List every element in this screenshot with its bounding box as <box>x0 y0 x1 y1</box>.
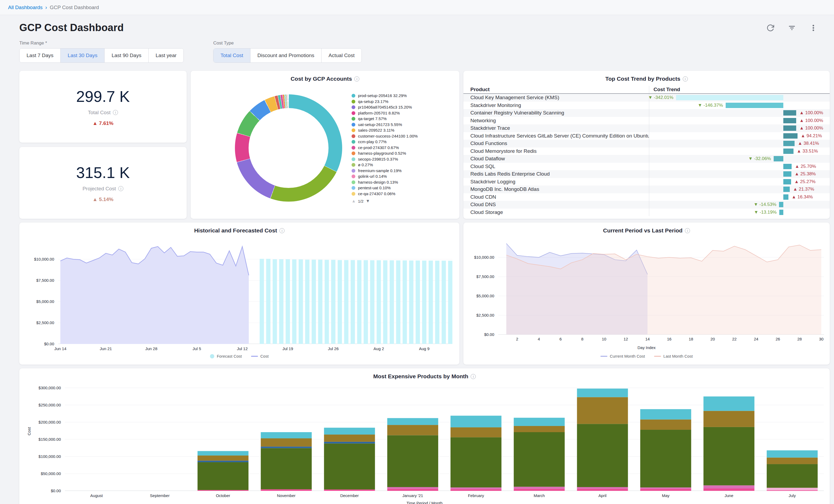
line-marker <box>600 356 608 357</box>
legend-label: qa-target 7.57% <box>358 116 387 122</box>
legend-item[interactable]: prod-setup-205416 32.29% <box>352 93 457 98</box>
legend-item[interactable]: pentest-uat 0.10% <box>352 185 457 191</box>
y-axis-title: Cost <box>27 427 31 435</box>
info-icon[interactable] <box>354 76 359 82</box>
legend-item[interactable]: qa-target 7.57% <box>352 116 457 122</box>
x-axis-tick: Jul 26 <box>328 346 339 351</box>
projected-cost-delta: ▲ 5.14% <box>92 197 113 202</box>
y-axis-tick: $250,000.00 <box>19 403 61 407</box>
legend-item[interactable]: golink-url 0.14% <box>352 173 457 179</box>
trend-value: ▼ -146.37% <box>698 103 723 108</box>
table-row: Cloud SQL▲ 25.70% <box>463 163 830 171</box>
legend-item[interactable]: secops-239815 0.37% <box>352 156 457 162</box>
refresh-icon[interactable] <box>766 23 775 32</box>
x-axis-tick: August <box>90 493 103 498</box>
trend-value: ▲ 25.27% <box>794 179 815 184</box>
trend-bar <box>774 156 783 161</box>
info-icon[interactable] <box>470 374 476 379</box>
page-down-icon[interactable]: ▼ <box>366 199 370 203</box>
x-axis-tick: February <box>468 493 484 498</box>
trend-bar <box>676 95 783 100</box>
donut-chart[interactable] <box>235 94 342 202</box>
cost-type-option-total-cost[interactable]: Total Cost <box>214 48 250 63</box>
stacked-bar-chart[interactable] <box>65 385 824 491</box>
x-axis-tick: 16 <box>667 337 672 341</box>
cost-type-filter: Cost Type Total CostDiscount and Promoti… <box>213 41 362 63</box>
info-icon[interactable] <box>683 76 688 82</box>
legend-item[interactable]: freemium-sample 0.19% <box>352 168 457 174</box>
legend-item-last-month-cost[interactable]: Last Month Cost <box>654 354 693 358</box>
legend-label: ce-prod-274307 0.67% <box>358 145 399 151</box>
info-icon[interactable] <box>685 228 690 233</box>
legend-item-current-month-cost[interactable]: Current Month Cost <box>600 354 645 358</box>
x-axis-tick: October <box>216 493 230 498</box>
trend-cell: ▼ -13.19% <box>649 209 830 216</box>
info-icon[interactable] <box>280 228 285 233</box>
trend-value: ▲ 25.70% <box>795 164 816 169</box>
legend-dot <box>352 105 355 109</box>
legend-dot <box>352 128 355 132</box>
filter-icon[interactable] <box>787 23 796 32</box>
legend-item[interactable]: sales-209522 3.11% <box>352 127 457 133</box>
column-header-product[interactable]: Product <box>463 86 649 93</box>
time-range-option-last-7-days[interactable]: Last 7 Days <box>20 48 60 63</box>
cost-type-option-actual-cost[interactable]: Actual Cost <box>321 48 361 63</box>
legend-item[interactable]: customer-success-244100 1.00% <box>352 133 457 139</box>
trend-cell: ▲ 25.70% <box>649 163 830 171</box>
trend-value: ▲ 100.00% <box>799 126 823 131</box>
trend-bar <box>783 133 797 138</box>
page-indicator: 1/2 <box>358 199 364 203</box>
page-up-icon[interactable]: ▲ <box>352 199 356 203</box>
legend-item[interactable]: platform-205701 8.82% <box>352 110 457 116</box>
historical-chart[interactable] <box>58 238 453 344</box>
legend-label: Forecast Cost <box>217 354 242 358</box>
time-range-option-last-year[interactable]: Last year <box>148 48 183 63</box>
x-axis-tick: July <box>789 493 796 498</box>
table-row: Redis Labs Redis Enterprise Cloud▲ 25.38… <box>463 170 830 178</box>
legend-item[interactable]: harness-design 0.13% <box>352 179 457 185</box>
current-vs-last-card: Current Period vs Last Period $0.00$2,50… <box>463 222 830 365</box>
period-chart[interactable] <box>498 238 824 334</box>
legend-item[interactable]: ø 0.27% <box>352 162 457 168</box>
info-icon[interactable] <box>118 186 123 191</box>
legend-item-forecast-cost[interactable]: Forecast Cost <box>210 354 242 358</box>
time-range-option-last-30-days[interactable]: Last 30 Days <box>60 48 104 63</box>
table-row: Cloud DNS▼ -14.53% <box>463 201 830 209</box>
row-3: Most Expensive Products by Month $0.00$5… <box>19 368 830 504</box>
legend-item[interactable]: harness-playground 0.52% <box>352 150 457 156</box>
kebab-menu-icon[interactable] <box>809 23 818 32</box>
legend-dot <box>352 134 355 138</box>
table-row: Cloud CDN▲ 16.34% <box>463 193 830 201</box>
legend-item[interactable]: pr10406a87045145c3 15.20% <box>352 104 457 110</box>
x-axis-tick: 2 <box>516 337 518 341</box>
legend-item[interactable]: ce-qa-274307 0.06% <box>352 191 457 197</box>
projected-cost-card: 315.1 K Projected Cost ▲ 5.14% <box>19 147 186 219</box>
trend-bar <box>783 164 792 169</box>
legend-item[interactable]: ccm-play 0.77% <box>352 139 457 145</box>
legend-label: ø 0.27% <box>358 162 373 168</box>
legend-item[interactable]: qa-setup 23.17% <box>352 98 457 105</box>
time-range-option-last-90-days[interactable]: Last 90 Days <box>104 48 148 63</box>
table-row: Cloud Key Management Service (KMS)▼ -342… <box>463 94 830 102</box>
trend-cell: ▲ 94.21% <box>649 132 830 140</box>
legend-label: golink-url 0.14% <box>358 173 387 179</box>
trend-bar <box>783 118 796 123</box>
column-header-cost-trend[interactable]: Cost Trend <box>649 86 830 93</box>
x-axis-tick: Jul 12 <box>237 346 248 351</box>
trend-bar <box>783 141 795 146</box>
trend-bar <box>779 210 783 215</box>
trend-cell: ▼ -14.53% <box>649 201 830 209</box>
cost-type-button-group: Total CostDiscount and PromotionsActual … <box>213 48 362 63</box>
line-marker <box>251 356 258 357</box>
breadcrumb-link-all-dashboards[interactable]: All Dashboards <box>8 4 43 10</box>
product-cell: Stackdriver Monitoring <box>463 102 649 109</box>
cost-type-option-discount-and-promotions[interactable]: Discount and Promotions <box>250 48 321 63</box>
legend-item[interactable]: ce-prod-274307 0.67% <box>352 145 457 151</box>
x-axis-tick: Jun 14 <box>54 346 66 351</box>
trend-bar <box>783 187 790 192</box>
legend-item-cost[interactable]: Cost <box>251 354 269 358</box>
table-row: Cloud Dataflow▼ -32.06% <box>463 155 830 163</box>
legend-item[interactable]: uat-setup-261723 5.55% <box>352 122 457 128</box>
info-icon[interactable] <box>113 110 118 115</box>
legend-dot <box>352 111 355 115</box>
